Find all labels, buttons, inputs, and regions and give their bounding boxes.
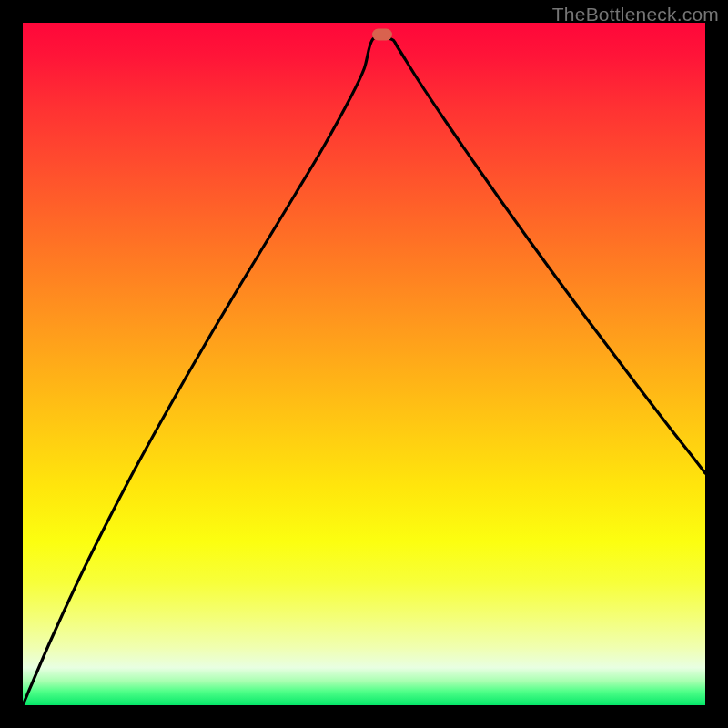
optimal-point-marker <box>372 28 392 40</box>
watermark-text: TheBottleneck.com <box>552 4 719 25</box>
bottleneck-curve-path <box>23 36 705 705</box>
curve-svg <box>23 23 705 705</box>
plot-area <box>23 23 705 705</box>
chart-frame: TheBottleneck.com <box>0 0 728 728</box>
